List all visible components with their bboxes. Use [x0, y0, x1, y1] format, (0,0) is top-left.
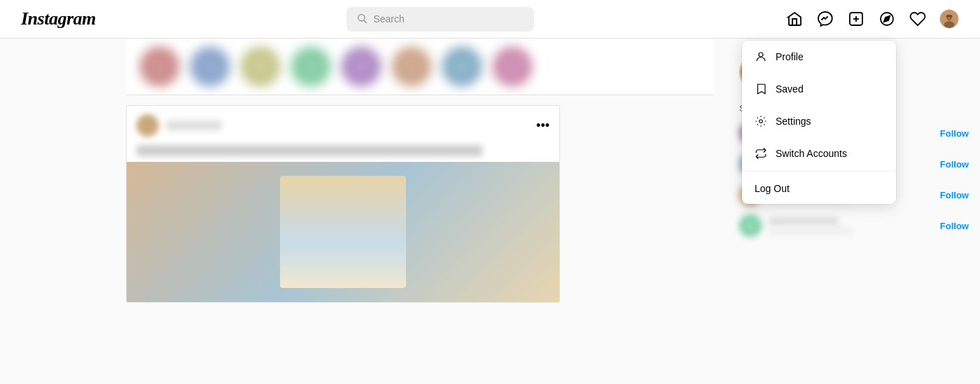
dropdown-logout-item[interactable]: Log Out: [742, 173, 896, 204]
story-avatar-1[interactable]: [140, 47, 179, 86]
explore-icon[interactable]: [878, 10, 896, 28]
svg-point-0: [358, 14, 365, 20]
dropdown-logout-label: Log Out: [755, 183, 790, 194]
svg-line-1: [364, 20, 367, 23]
home-icon[interactable]: [785, 10, 804, 28]
story-avatar-6[interactable]: [392, 47, 431, 86]
post-image: [127, 162, 559, 302]
saved-menu-icon: [755, 83, 767, 95]
profile-menu-icon: [755, 50, 767, 63]
search-bar[interactable]: Search: [346, 7, 534, 32]
svg-point-9: [944, 21, 955, 28]
story-avatar-4[interactable]: [291, 47, 330, 86]
post-caption: [136, 145, 482, 156]
dropdown-saved-item[interactable]: Saved: [742, 73, 896, 105]
post-card: •••: [126, 105, 560, 303]
story-avatar-7[interactable]: [442, 47, 482, 86]
post-options-button[interactable]: •••: [536, 118, 550, 133]
dropdown-settings-item[interactable]: Settings: [742, 105, 896, 137]
switch-accounts-menu-icon: [755, 147, 767, 160]
story-avatar-5[interactable]: [342, 47, 381, 86]
suggestion-name-4: [769, 217, 839, 226]
suggestion-row-4: Follow: [739, 214, 969, 237]
dropdown-profile-item[interactable]: Profile: [742, 41, 896, 73]
stories-row: [126, 39, 714, 95]
suggestion-sub-4: [769, 227, 853, 235]
search-icon: [356, 13, 368, 26]
dropdown-profile-label: Profile: [776, 51, 804, 62]
story-avatar-3[interactable]: [241, 47, 280, 86]
dropdown-switch-accounts-item[interactable]: Switch Accounts: [742, 137, 896, 170]
follow-button-4[interactable]: Follow: [940, 221, 969, 231]
follow-button-2[interactable]: Follow: [940, 159, 969, 170]
dropdown-saved-label: Saved: [776, 83, 804, 95]
follow-button-3[interactable]: Follow: [940, 190, 969, 200]
story-avatar-8[interactable]: [493, 47, 532, 86]
suggestion-info-4: [769, 217, 933, 235]
svg-point-17: [759, 53, 763, 57]
dropdown-divider: [742, 171, 896, 172]
svg-point-11: [951, 18, 951, 18]
new-post-icon[interactable]: [847, 10, 865, 28]
search-placeholder: Search: [373, 13, 404, 25]
messenger-icon[interactable]: [816, 10, 834, 28]
follow-button-1[interactable]: Follow: [940, 128, 969, 139]
nav-icons: [785, 9, 959, 29]
post-user-info: [136, 114, 222, 137]
suggestion-avatar-4[interactable]: [739, 214, 762, 237]
profile-avatar-button[interactable]: [939, 9, 959, 29]
feed-area: •••: [0, 39, 728, 384]
settings-menu-icon: [755, 115, 767, 128]
post-image-inner: [280, 176, 406, 288]
svg-point-10: [947, 18, 948, 18]
profile-dropdown-menu: Profile Saved Settings Switch Ac: [742, 41, 896, 204]
svg-marker-6: [884, 16, 890, 22]
post-username: [166, 121, 222, 130]
header: Instagram Search: [0, 0, 980, 39]
story-avatar-2[interactable]: [190, 47, 230, 86]
svg-point-18: [760, 120, 763, 123]
dropdown-switch-accounts-label: Switch Accounts: [776, 148, 847, 159]
post-header: •••: [127, 106, 559, 145]
heart-icon[interactable]: [909, 10, 927, 28]
dropdown-settings-label: Settings: [776, 116, 811, 127]
instagram-logo: Instagram: [21, 8, 96, 29]
post-user-avatar[interactable]: [136, 114, 159, 137]
